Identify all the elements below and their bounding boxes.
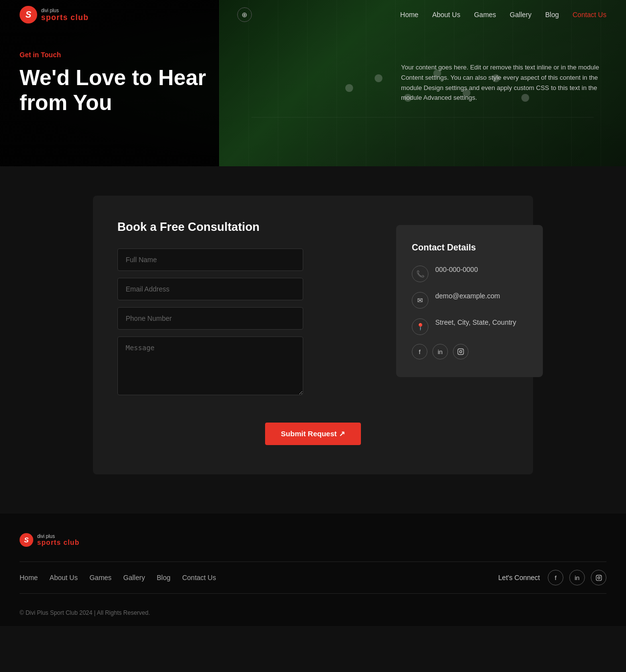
phone-input[interactable] — [117, 307, 303, 330]
footer-linkedin-link[interactable]: in — [569, 570, 585, 585]
email-input[interactable] — [117, 278, 303, 300]
svg-point-0 — [345, 84, 353, 92]
footer-games[interactable]: Games — [89, 574, 112, 582]
footer-logo-icon: S — [20, 533, 33, 547]
contact-details-title: Contact Details — [412, 243, 527, 253]
email-value: demo@example.com — [435, 291, 500, 301]
footer-logo-name: sports club — [37, 539, 79, 546]
consultation-card: Book a Free Consultation Submit Request … — [93, 196, 533, 474]
footer-logo: S divi plus sports club — [20, 533, 606, 547]
location-icon: 📍 — [412, 318, 428, 335]
hero-content: Get in Touch We'd Love to Hearfrom You — [0, 22, 225, 144]
contact-social-links: f in — [412, 344, 527, 359]
email-icon: ✉ — [412, 292, 428, 309]
footer-gallery[interactable]: Gallery — [123, 574, 145, 582]
social-label: Let's Connect — [498, 574, 540, 582]
facebook-link[interactable]: f — [412, 344, 427, 359]
nav-gallery[interactable]: Gallery — [510, 11, 531, 19]
svg-point-12 — [598, 577, 600, 579]
site-footer: S divi plus sports club Home About Us Ga… — [0, 514, 626, 626]
footer-social: Let's Connect f in — [498, 570, 606, 585]
svg-rect-8 — [458, 349, 464, 355]
footer-about[interactable]: About Us — [49, 574, 78, 582]
address-detail: 📍 Street, City, State, Country — [412, 317, 527, 335]
nav-about[interactable]: About Us — [432, 11, 461, 19]
footer-copyright: © Divi Plus Sport Club 2024 | All Rights… — [20, 604, 606, 616]
contact-form — [117, 248, 303, 395]
footer-instagram-link[interactable] — [591, 570, 606, 585]
logo-name: sports club — [41, 13, 89, 22]
logo-text: divi plus sports club — [41, 8, 89, 22]
main-content: Book a Free Consultation Submit Request … — [0, 166, 626, 514]
email-detail: ✉ demo@example.com — [412, 291, 527, 309]
contact-details-card: Contact Details 📞 000-000-0000 ✉ demo@ex… — [396, 225, 543, 377]
phone-detail: 📞 000-000-0000 — [412, 265, 527, 282]
phone-icon: 📞 — [412, 266, 428, 282]
full-name-input[interactable] — [117, 248, 303, 271]
svg-point-1 — [375, 74, 382, 82]
footer-contact[interactable]: Contact Us — [182, 574, 216, 582]
search-icon[interactable]: ⊕ — [237, 7, 252, 22]
footer-navigation: Home About Us Games Gallery Blog Contact… — [20, 561, 606, 594]
phone-value: 000-000-0000 — [435, 265, 478, 275]
hero-title: We'd Love to Hearfrom You — [20, 66, 206, 115]
logo-icon: S — [20, 6, 37, 23]
logo[interactable]: S divi plus sports club — [20, 6, 89, 23]
submit-row: Submit Request ↗ — [117, 409, 509, 445]
instagram-link[interactable] — [453, 344, 469, 359]
main-nav: Home About Us Games Gallery Blog Contact… — [400, 11, 606, 19]
nav-contact[interactable]: Contact Us — [573, 11, 606, 19]
site-header: S divi plus sports club ⊕ Home About Us … — [0, 0, 626, 29]
svg-point-10 — [462, 350, 463, 350]
linkedin-link[interactable]: in — [432, 344, 448, 359]
footer-logo-text: divi plus sports club — [37, 534, 79, 546]
footer-blog[interactable]: Blog — [156, 574, 170, 582]
hero-description: Your content goes here. Edit or remove t… — [401, 63, 606, 103]
footer-links: Home About Us Games Gallery Blog Contact… — [20, 574, 216, 582]
message-textarea[interactable] — [117, 336, 303, 395]
address-value: Street, City, State, Country — [435, 317, 516, 328]
svg-rect-11 — [596, 575, 602, 581]
nav-games[interactable]: Games — [474, 11, 496, 19]
footer-facebook-link[interactable]: f — [548, 570, 563, 585]
nav-blog[interactable]: Blog — [545, 11, 559, 19]
svg-point-13 — [600, 576, 600, 576]
submit-button[interactable]: Submit Request ↗ — [265, 423, 360, 445]
hero-tagline: Get in Touch — [20, 51, 206, 59]
nav-home[interactable]: Home — [400, 11, 418, 19]
svg-point-9 — [460, 351, 462, 353]
footer-home[interactable]: Home — [20, 574, 38, 582]
